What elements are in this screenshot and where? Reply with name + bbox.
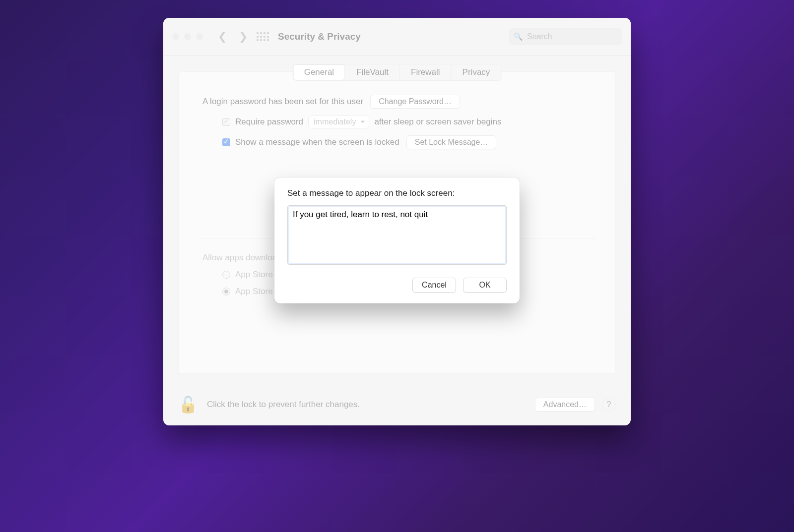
show-message-row: Show a message when the screen is locked… [202,135,592,149]
search-icon: 🔍 [514,32,523,41]
tab-firewall[interactable]: Firewall [400,64,452,80]
show-message-label: Show a message when the screen is locked [235,137,399,147]
ok-button[interactable]: OK [463,278,507,293]
require-password-suffix: after sleep or screen saver begins [374,117,501,127]
lock-icon[interactable]: 🔓 [178,395,198,414]
require-password-select[interactable]: immediately [308,116,369,128]
forward-icon[interactable]: ❯ [239,30,248,43]
sheet-buttons: Cancel OK [287,278,507,293]
footer: 🔓 Click the lock to prevent further chan… [163,384,631,425]
lock-hint-text: Click the lock to prevent further change… [207,400,360,410]
close-dot[interactable] [172,33,179,40]
show-all-icon[interactable] [257,32,269,41]
back-icon[interactable]: ❮ [218,30,227,43]
radio-identified[interactable] [222,288,230,296]
require-password-checkbox[interactable] [222,118,230,126]
tab-general[interactable]: General [293,64,345,80]
search-input[interactable]: 🔍 Search [509,28,622,45]
advanced-button[interactable]: Advanced… [535,398,595,412]
titlebar: ❮ ❯ Security & Privacy 🔍 Search [163,18,631,56]
window-title: Security & Privacy [278,31,361,42]
radio-appstore[interactable] [222,271,230,279]
lock-message-textarea[interactable] [287,205,507,265]
show-message-checkbox[interactable] [222,138,230,146]
lock-message-sheet: Set a message to appear on the lock scre… [274,177,520,303]
login-password-text: A login password has been set for this u… [202,97,363,107]
set-lock-message-button[interactable]: Set Lock Message… [406,135,497,149]
preferences-window: ❮ ❯ Security & Privacy 🔍 Search General … [163,18,631,425]
login-password-row: A login password has been set for this u… [202,95,592,109]
radio-appstore-label: App Store [235,270,273,280]
require-password-row: Require password immediately after sleep… [202,116,592,128]
tab-filevault[interactable]: FileVault [345,64,400,80]
tabs: General FileVault Firewall Privacy [293,64,502,81]
zoom-dot[interactable] [196,33,203,40]
require-password-label: Require password [235,117,303,127]
search-placeholder: Search [527,32,552,41]
sheet-prompt: Set a message to appear on the lock scre… [287,188,507,198]
nav-arrows: ❮ ❯ [218,30,248,43]
change-password-button[interactable]: Change Password… [370,95,460,109]
general-section: A login password has been set for this u… [179,95,615,149]
help-button[interactable]: ? [602,398,616,412]
tab-privacy[interactable]: Privacy [452,64,501,80]
minimize-dot[interactable] [184,33,191,40]
cancel-button[interactable]: Cancel [412,278,456,293]
window-controls [172,33,203,40]
